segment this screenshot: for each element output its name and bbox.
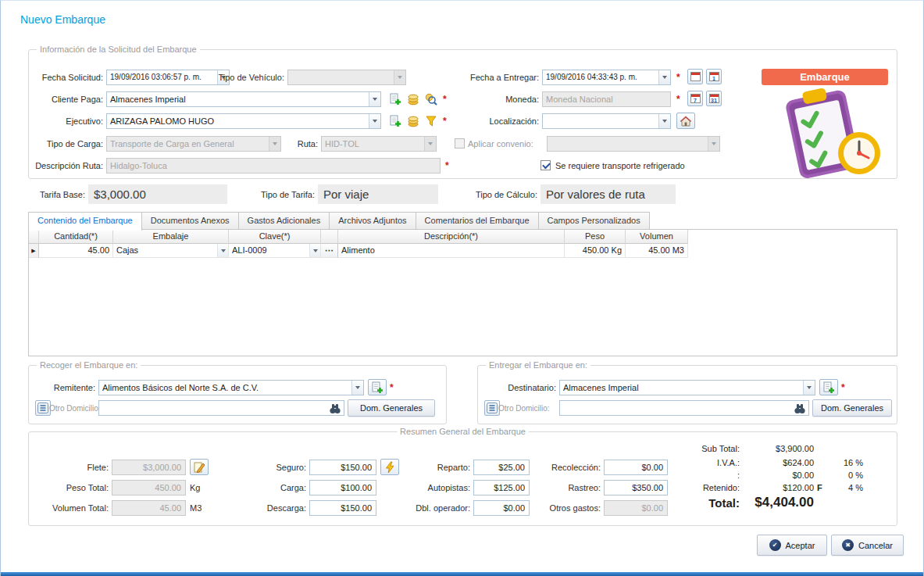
- calendar-7-button[interactable]: 7: [687, 91, 703, 106]
- seguro-input[interactable]: $150.00: [309, 460, 376, 475]
- cell-cantidad[interactable]: 45.00: [39, 244, 113, 258]
- grid-header-volumen[interactable]: Volumen: [626, 230, 688, 244]
- ruta-label: Ruta:: [287, 136, 318, 152]
- fecha-solicitud-label: Fecha Solicitud:: [31, 70, 103, 85]
- recoleccion-input[interactable]: $0.00: [604, 460, 668, 475]
- ruta-combo: HID-TOL: [321, 136, 437, 152]
- sub-total-value: $3,900.00: [747, 443, 814, 455]
- add-ejecutivo-button[interactable]: [387, 113, 404, 130]
- edit-note-icon: [193, 461, 205, 474]
- calendar-1-button[interactable]: 1: [706, 69, 722, 84]
- cell-ellipsis-button[interactable]: ⋯: [321, 244, 338, 258]
- add-cliente-button[interactable]: [387, 91, 404, 108]
- ejecutivo-coins-button[interactable]: [405, 113, 422, 130]
- calendar-31-button[interactable]: 31: [706, 91, 722, 106]
- resumen-group-title: Resumen General del Embarque: [397, 427, 529, 437]
- tab-gastos-adicionales[interactable]: Gastos Adicionales: [239, 212, 330, 230]
- dbl-operador-label: Dbl. operador:: [404, 500, 470, 516]
- cell-clave[interactable]: ALI-0009: [229, 244, 321, 258]
- remitente-value: Alimentos Básicos del Norte S.A. de C.V.: [99, 381, 351, 395]
- chevron-down-icon[interactable]: [369, 114, 380, 128]
- tab-campos-personalizados[interactable]: Campos Personalizados: [539, 212, 650, 230]
- chevron-down-icon[interactable]: [369, 92, 380, 106]
- ejecutivo-filter-button[interactable]: [423, 113, 440, 130]
- localizacion-combo[interactable]: [542, 113, 671, 129]
- required-icon: *: [390, 382, 394, 393]
- calendar-1-icon: 1: [709, 72, 719, 81]
- grid-header-cantidad[interactable]: Cantidad(*): [39, 230, 113, 244]
- refrigerado-checkbox[interactable]: [540, 160, 551, 170]
- chevron-down-icon[interactable]: [217, 244, 228, 257]
- add-icon: [371, 381, 384, 394]
- binoculars-icon[interactable]: [794, 403, 806, 414]
- chevron-down-icon[interactable]: [658, 70, 670, 84]
- refrigerado-label: Se requiere transporte refrigerado: [555, 158, 712, 174]
- add-icon: [822, 381, 835, 394]
- otro-impuesto-label: :: [673, 470, 740, 481]
- grid-header-peso[interactable]: Peso: [565, 230, 626, 244]
- chevron-down-icon[interactable]: [309, 244, 320, 257]
- cell-descripcion[interactable]: Alimento: [338, 244, 565, 258]
- reparto-input[interactable]: $25.00: [473, 460, 530, 475]
- grid-header-clave[interactable]: Clave(*): [229, 230, 321, 244]
- grid-header-descripcion[interactable]: Descripción(*): [338, 230, 565, 244]
- chevron-down-icon[interactable]: [351, 381, 363, 395]
- otro-impuesto-value: $0.00: [747, 470, 814, 481]
- tabbar: Contenido del Embarque Documentos Anexos…: [28, 212, 650, 230]
- cliente-coins-button[interactable]: [405, 91, 422, 108]
- tab-documentos-anexos[interactable]: Documentos Anexos: [142, 212, 239, 230]
- iva-value: $624.00: [747, 457, 814, 469]
- cancelar-button[interactable]: ✖ Cancelar: [831, 535, 904, 556]
- peso-unit: Kg: [190, 480, 200, 496]
- edit-flete-button[interactable]: [190, 459, 209, 475]
- dom-generales-button[interactable]: Dom. Generales: [348, 399, 435, 417]
- add-remitente-button[interactable]: [368, 379, 387, 395]
- row-selector-cell[interactable]: ▶: [29, 244, 39, 258]
- grid-header-selector: [29, 230, 39, 244]
- convenio-combo: [547, 136, 720, 152]
- cell-peso[interactable]: 450.00 Kg: [565, 244, 626, 258]
- peso-total-label: Peso Total:: [33, 480, 109, 496]
- home-icon: [680, 115, 692, 127]
- otro-impuesto-pct: 0 %: [826, 470, 863, 481]
- seguro-auto-button[interactable]: [380, 459, 399, 475]
- descarga-input[interactable]: $150.00: [309, 500, 376, 516]
- tab-comentarios-del-embarque[interactable]: Comentarios del Embarque: [416, 212, 539, 230]
- add-destinatario-button[interactable]: [819, 379, 838, 395]
- tipo-tarifa-value: Por viaje: [318, 184, 438, 204]
- chevron-down-icon[interactable]: [803, 381, 815, 395]
- entregar-group: Entregar el Embarque en: Destinatario: A…: [477, 365, 897, 424]
- seguro-label: Seguro:: [236, 460, 306, 475]
- remitente-combo[interactable]: Alimentos Básicos del Norte S.A. de C.V.: [98, 380, 364, 395]
- destinatario-combo[interactable]: Almacenes Imperial: [559, 380, 815, 395]
- tab-contenido-del-embarque[interactable]: Contenido del Embarque: [28, 212, 142, 231]
- dbl-operador-input[interactable]: $0.00: [473, 500, 530, 516]
- aplicar-convenio-checkbox: [455, 138, 465, 148]
- fecha-entregar-combo[interactable]: 19/09/2016 04:33:43 p. m.: [542, 70, 671, 85]
- autopistas-input[interactable]: $125.00: [473, 480, 530, 496]
- cell-volumen[interactable]: 45.00 M3: [626, 244, 688, 258]
- retenido-label: Retenido:: [673, 482, 740, 494]
- tab-archivos-adjuntos[interactable]: Archivos Adjuntos: [330, 212, 416, 230]
- aceptar-button[interactable]: ✔ Aceptar: [757, 535, 827, 556]
- required-icon: *: [443, 94, 447, 105]
- otro-domicilio-input[interactable]: [98, 400, 344, 416]
- dom-generales-button[interactable]: Dom. Generales: [812, 399, 892, 417]
- chevron-down-icon[interactable]: [658, 114, 670, 128]
- calendar-red-button[interactable]: [687, 69, 703, 84]
- rastreo-input[interactable]: $350.00: [604, 480, 668, 496]
- cliente-search-button[interactable]: [423, 91, 440, 108]
- address-book-button[interactable]: [35, 400, 51, 416]
- binoculars-icon[interactable]: [329, 403, 341, 414]
- descripcion-ruta-label: Descripción Ruta:: [31, 158, 103, 174]
- home-button[interactable]: [676, 113, 695, 129]
- cell-embalaje[interactable]: Cajas: [113, 244, 229, 258]
- fecha-solicitud-combo[interactable]: 19/09/2016 03:06:57 p. m.: [106, 70, 230, 85]
- address-book-button[interactable]: [484, 400, 500, 416]
- ejecutivo-combo[interactable]: ARIZAGA PALOMO HUGO: [106, 113, 381, 129]
- embalaje-value: Cajas: [116, 244, 217, 257]
- carga-input[interactable]: $100.00: [309, 480, 376, 496]
- grid-header-embalaje[interactable]: Embalaje: [113, 230, 229, 244]
- cliente-paga-combo[interactable]: Almacenes Imperial: [106, 91, 381, 107]
- otro-domicilio-input[interactable]: [559, 400, 809, 416]
